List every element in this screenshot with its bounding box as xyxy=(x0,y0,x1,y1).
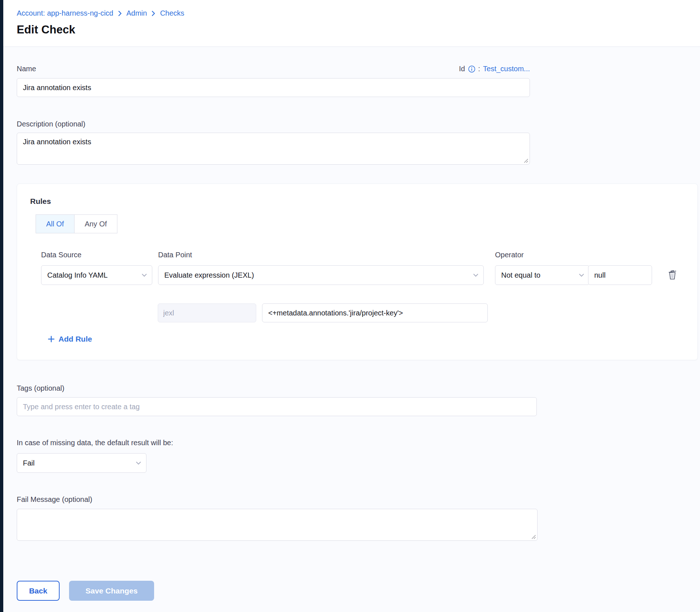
data-point-label: Data Point xyxy=(158,251,192,259)
name-input[interactable] xyxy=(17,78,530,97)
all-of-toggle[interactable]: All Of xyxy=(36,214,75,233)
any-of-toggle[interactable]: Any Of xyxy=(74,214,117,233)
rule-value-input[interactable] xyxy=(588,265,652,285)
default-result-value: Fail xyxy=(23,459,35,467)
chevron-down-icon xyxy=(579,274,584,277)
resize-handle-icon[interactable] xyxy=(523,158,528,163)
data-source-value: Catalog Info YAML xyxy=(47,271,108,279)
name-label: Name xyxy=(17,65,36,73)
delete-rule-button[interactable] xyxy=(667,269,677,280)
rules-card: Rules All Of Any Of Data Source Data Poi… xyxy=(17,184,698,360)
breadcrumb-account-link[interactable]: Account: app-harness-ng-cicd xyxy=(17,9,113,17)
breadcrumb-checks-link[interactable]: Checks xyxy=(160,9,184,17)
data-source-label: Data Source xyxy=(41,251,81,259)
fail-message-label: Fail Message (optional) xyxy=(17,495,92,504)
edit-check-page: Account: app-harness-ng-cicd Admin Check… xyxy=(0,0,700,612)
rules-heading: Rules xyxy=(30,197,51,206)
tags-input[interactable] xyxy=(17,397,537,416)
chevron-down-icon xyxy=(473,274,478,277)
description-label: Description (optional) xyxy=(17,120,85,128)
left-accent-strip xyxy=(0,0,3,612)
breadcrumb-chevron-icon xyxy=(152,11,155,16)
plus-icon xyxy=(48,335,55,343)
resize-handle-icon[interactable] xyxy=(531,534,536,539)
back-button[interactable]: Back xyxy=(17,581,60,601)
data-point-value: Evaluate expression (JEXL) xyxy=(164,271,254,279)
chevron-down-icon xyxy=(136,462,141,465)
trash-icon xyxy=(667,275,677,281)
page-header: Account: app-harness-ng-cicd Admin Check… xyxy=(3,0,700,47)
expression-input[interactable] xyxy=(262,303,488,322)
default-result-select[interactable]: Fail xyxy=(17,453,146,473)
operator-select[interactable]: Not equal to xyxy=(495,265,590,285)
data-source-select[interactable]: Catalog Info YAML xyxy=(41,265,152,285)
add-rule-button[interactable]: Add Rule xyxy=(48,335,92,343)
id-value-link[interactable]: Test_custom... xyxy=(483,65,530,73)
rules-condition-toggle: All Of Any Of xyxy=(36,214,117,233)
missing-data-label: In case of missing data, the default res… xyxy=(17,439,173,447)
id-label: Id xyxy=(459,65,465,73)
save-changes-button[interactable]: Save Changes xyxy=(69,581,154,601)
info-icon[interactable] xyxy=(468,65,475,73)
fail-message-textarea[interactable] xyxy=(17,509,538,541)
description-field: Jira annotation exists xyxy=(17,133,530,165)
operator-value: Not equal to xyxy=(501,271,540,279)
operator-label: Operator xyxy=(495,251,524,259)
id-colon: : xyxy=(478,65,480,73)
breadcrumb: Account: app-harness-ng-cicd Admin Check… xyxy=(17,9,184,17)
breadcrumb-admin-link[interactable]: Admin xyxy=(126,9,147,17)
jexl-input[interactable] xyxy=(158,303,256,322)
tags-label: Tags (optional) xyxy=(17,384,64,392)
page-title: Edit Check xyxy=(17,23,75,36)
description-textarea[interactable]: Jira annotation exists xyxy=(17,133,530,165)
data-point-select[interactable]: Evaluate expression (JEXL) xyxy=(158,265,484,285)
breadcrumb-chevron-icon xyxy=(118,11,122,16)
id-row: Id : Test_custom... xyxy=(459,65,530,73)
fail-message-field xyxy=(17,509,538,541)
add-rule-label: Add Rule xyxy=(59,335,92,343)
chevron-down-icon xyxy=(142,274,147,277)
